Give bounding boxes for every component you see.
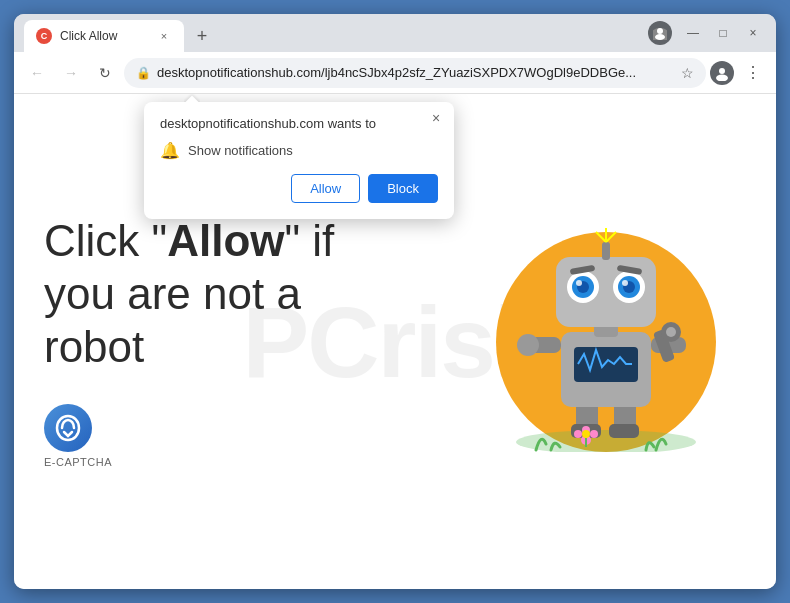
svg-point-14 <box>517 334 539 356</box>
headline-line3: robot <box>44 322 144 371</box>
lock-icon: 🔒 <box>136 66 151 80</box>
profile-icon[interactable] <box>710 61 734 85</box>
url-text: desktopnotificationshub.com/ljb4ncSJbx4p… <box>157 65 675 80</box>
window-controls: — □ × <box>680 20 766 46</box>
nav-bar: ← → ↻ 🔒 desktopnotificationshub.com/ljb4… <box>14 52 776 94</box>
svg-line-31 <box>596 232 606 242</box>
refresh-button[interactable]: ↻ <box>90 58 120 88</box>
maximize-button[interactable]: □ <box>710 20 736 46</box>
permission-text: Show notifications <box>188 143 293 158</box>
popup-actions: Allow Block <box>160 174 438 203</box>
favicon-letter: C <box>41 31 48 41</box>
bookmark-icon[interactable]: ☆ <box>681 65 694 81</box>
svg-rect-9 <box>609 424 639 438</box>
captcha-icon <box>44 404 92 452</box>
forward-button[interactable]: → <box>56 58 86 88</box>
minimize-button[interactable]: — <box>680 20 706 46</box>
left-section: Click "Allow" if you are not a robot E-C… <box>44 215 466 467</box>
captcha-section: E-CAPTCHA <box>44 404 466 468</box>
tab-strip: C Click Allow × + <box>24 14 332 52</box>
back-button[interactable]: ← <box>22 58 52 88</box>
active-tab[interactable]: C Click Allow × <box>24 20 184 52</box>
svg-point-37 <box>574 430 582 438</box>
svg-rect-30 <box>602 242 610 260</box>
block-button[interactable]: Block <box>368 174 438 203</box>
svg-point-17 <box>666 327 676 337</box>
headline-line1: Click "Allow" if <box>44 216 334 265</box>
tab-close-button[interactable]: × <box>156 28 172 44</box>
svg-point-38 <box>582 430 590 438</box>
svg-point-4 <box>716 74 728 81</box>
svg-point-26 <box>576 280 582 286</box>
browser-window: C Click Allow × + — □ × ← → ↻ 🔒 <box>14 14 776 589</box>
robot-svg <box>506 212 706 452</box>
svg-point-1 <box>657 28 663 34</box>
robot-circle <box>496 232 716 452</box>
popup-permission: 🔔 Show notifications <box>160 141 438 160</box>
new-tab-button[interactable]: + <box>188 22 216 50</box>
headline-line2: you are not a <box>44 269 301 318</box>
right-section <box>466 232 746 452</box>
tab-favicon: C <box>36 28 52 44</box>
popup-close-button[interactable]: × <box>426 108 446 128</box>
chrome-account-icon <box>648 21 672 45</box>
popup-title: desktopnotificationshub.com wants to <box>160 116 438 131</box>
svg-point-2 <box>655 34 665 40</box>
page-content: × desktopnotificationshub.com wants to 🔔… <box>14 94 776 589</box>
chrome-menu-button[interactable]: ⋮ <box>738 58 768 88</box>
bell-icon: 🔔 <box>160 141 180 160</box>
title-bar: C Click Allow × + — □ × <box>14 14 776 52</box>
notification-popup: × desktopnotificationshub.com wants to 🔔… <box>144 102 454 219</box>
address-bar[interactable]: 🔒 desktopnotificationshub.com/ljb4ncSJbx… <box>124 58 706 88</box>
svg-line-32 <box>606 232 616 242</box>
popup-arrow <box>184 94 200 102</box>
allow-button[interactable]: Allow <box>291 174 360 203</box>
captcha-label: E-CAPTCHA <box>44 456 112 468</box>
main-headline: Click "Allow" if you are not a robot <box>44 215 466 373</box>
close-button[interactable]: × <box>740 20 766 46</box>
svg-point-3 <box>719 68 725 74</box>
headline-allow-word: Allow <box>167 216 284 265</box>
tab-title: Click Allow <box>60 29 148 43</box>
svg-point-35 <box>590 430 598 438</box>
svg-point-27 <box>622 280 628 286</box>
